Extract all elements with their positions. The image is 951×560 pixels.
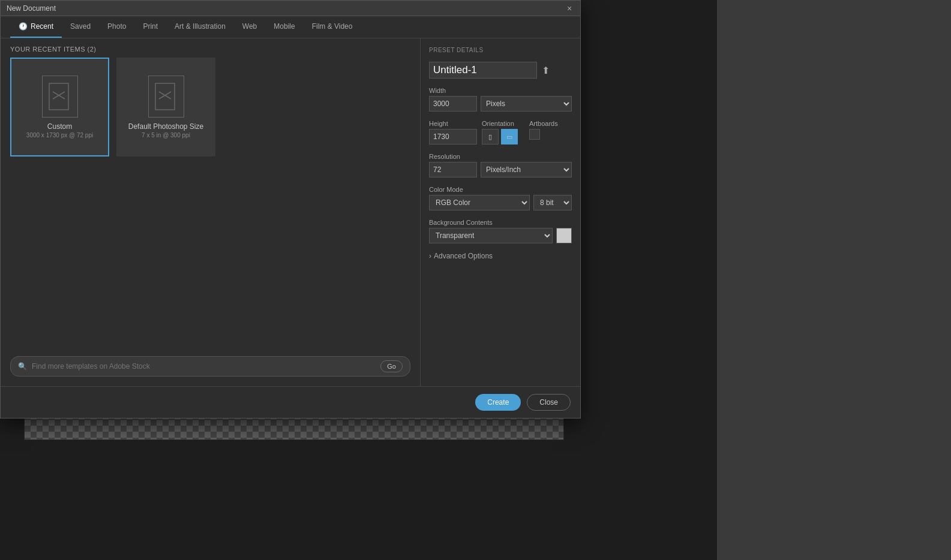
dialog-overlay: New Document × 🕐 Recent Saved Photo Prin… <box>0 0 717 560</box>
tab-saved[interactable]: Saved <box>62 16 99 38</box>
width-label: Width <box>429 87 572 94</box>
recent-item-default[interactable]: Default Photoshop Size 7 x 5 in @ 300 pp… <box>116 58 215 156</box>
color-mode-label: Color Mode <box>429 186 572 193</box>
svg-rect-3 <box>155 83 175 110</box>
advanced-options-label: Advanced Options <box>434 252 493 260</box>
dialog-left: YOUR RECENT ITEMS (2) Custom 3000 x 1 <box>1 38 421 386</box>
advanced-options[interactable]: › Advanced Options <box>429 252 572 260</box>
tab-photo[interactable]: Photo <box>99 16 134 38</box>
artboards-checkbox[interactable] <box>529 129 540 140</box>
dialog-body: YOUR RECENT ITEMS (2) Custom 3000 x 1 <box>1 38 580 386</box>
preset-title-row: ⬆ <box>429 62 572 79</box>
preset-header: PRESET DETAILS <box>429 47 572 53</box>
orientation-buttons: ▯ ▭ <box>482 129 524 144</box>
height-label: Height <box>429 120 477 127</box>
height-field: Height <box>429 120 477 144</box>
width-field-group: Width Pixels Inches Centimeters <box>429 87 572 112</box>
dialog-right: PRESET DETAILS ⬆ Width Pixels Inches Cen… <box>421 38 580 386</box>
tab-mobile[interactable]: Mobile <box>265 16 303 38</box>
height-input[interactable] <box>429 129 477 144</box>
bg-contents-select[interactable]: Transparent White Background Color <box>429 228 553 243</box>
search-icon: 🔍 <box>18 362 27 371</box>
bg-color-swatch[interactable] <box>556 228 572 243</box>
bg-contents-field-group: Background Contents Transparent White Ba… <box>429 219 572 243</box>
resolution-field-row: Pixels/Inch Pixels/Centimeter <box>429 162 572 177</box>
height-orient-artboards: Height Orientation ▯ ▭ Artboards <box>429 120 572 144</box>
dialog-titlebar: New Document × <box>1 1 580 16</box>
tab-film-video[interactable]: Film & Video <box>304 16 361 38</box>
search-input[interactable] <box>32 362 376 371</box>
dialog-tabs: 🕐 Recent Saved Photo Print Art & Illustr… <box>1 16 580 38</box>
svg-rect-0 <box>49 83 68 110</box>
resolution-field-group: Resolution Pixels/Inch Pixels/Centimeter <box>429 153 572 177</box>
custom-item-name: Custom <box>47 122 72 131</box>
width-input[interactable] <box>429 96 477 112</box>
landscape-button[interactable]: ▭ <box>501 129 518 144</box>
bit-depth-select[interactable]: 8 bit 16 bit 32 bit <box>533 195 572 210</box>
width-field-row: Pixels Inches Centimeters <box>429 96 572 112</box>
tab-print[interactable]: Print <box>134 16 166 38</box>
color-mode-field-group: Color Mode RGB Color CMYK Color Grayscal… <box>429 186 572 210</box>
tab-art-illustration[interactable]: Art & Illustration <box>166 16 234 38</box>
tab-web[interactable]: Web <box>234 16 265 38</box>
resolution-unit-select[interactable]: Pixels/Inch Pixels/Centimeter <box>481 162 572 177</box>
close-button[interactable]: Close <box>527 394 571 411</box>
save-preset-icon[interactable]: ⬆ <box>542 65 550 76</box>
default-doc-icon <box>148 76 184 118</box>
new-document-dialog: New Document × 🕐 Recent Saved Photo Prin… <box>0 0 581 419</box>
resolution-field-label: Resolution <box>429 153 572 160</box>
preset-label: PRESET DETAILS <box>429 47 484 53</box>
preset-title-input[interactable] <box>429 62 537 79</box>
dialog-title: New Document <box>7 4 56 13</box>
width-unit-select[interactable]: Pixels Inches Centimeters <box>481 96 572 112</box>
artboards-field: Artboards <box>529 120 572 144</box>
default-item-name: Default Photoshop Size <box>128 122 203 131</box>
bg-row: Transparent White Background Color <box>429 228 572 243</box>
chevron-right-icon: › <box>429 252 431 260</box>
custom-item-sub: 3000 x 1730 px @ 72 ppi <box>26 132 93 139</box>
orientation-label: Orientation <box>482 120 524 127</box>
artboards-label: Artboards <box>529 120 572 127</box>
orientation-field: Orientation ▯ ▭ <box>482 120 524 144</box>
bg-contents-label: Background Contents <box>429 219 572 226</box>
recent-clock-icon: 🕐 <box>19 22 28 31</box>
dialog-close-button[interactable]: × <box>565 4 574 13</box>
recent-header: YOUR RECENT ITEMS (2) <box>1 38 420 58</box>
dialog-footer: Create Close <box>1 386 580 418</box>
custom-doc-icon <box>42 76 78 118</box>
color-mode-select[interactable]: RGB Color CMYK Color Grayscale <box>429 195 530 210</box>
resolution-input[interactable] <box>429 162 477 177</box>
default-item-sub: 7 x 5 in @ 300 ppi <box>142 132 190 139</box>
portrait-button[interactable]: ▯ <box>482 129 499 144</box>
recent-item-custom[interactable]: Custom 3000 x 1730 px @ 72 ppi <box>10 58 109 156</box>
color-mode-row: RGB Color CMYK Color Grayscale 8 bit 16 … <box>429 195 572 210</box>
recent-items: Custom 3000 x 1730 px @ 72 ppi Defa <box>1 58 420 156</box>
adobe-stock-search: 🔍 Go <box>10 356 410 377</box>
tab-recent[interactable]: 🕐 Recent <box>10 16 62 38</box>
go-button[interactable]: Go <box>380 360 403 372</box>
create-button[interactable]: Create <box>475 394 521 411</box>
